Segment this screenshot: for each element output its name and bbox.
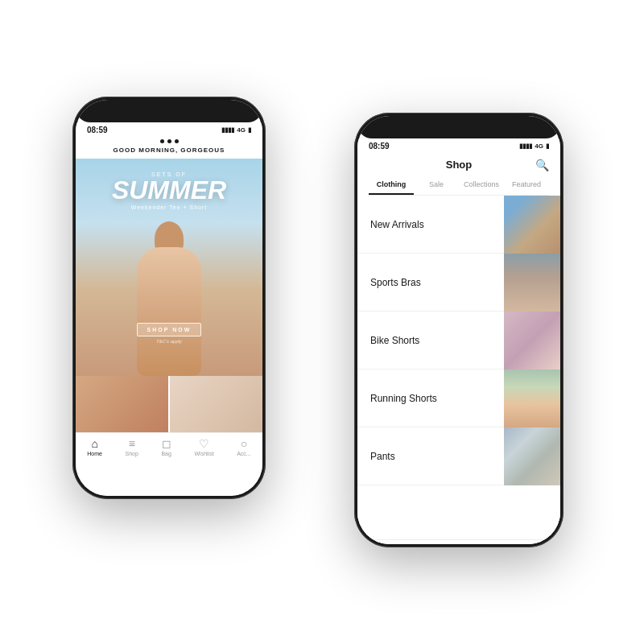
network-right: 4G (535, 142, 543, 150)
time-left: 08:59 (87, 126, 108, 134)
shop-title: Shop (446, 159, 473, 171)
sports-bras-image (504, 254, 560, 312)
status-bar-left: 08:59 ▮▮▮▮ 4G ▮ (76, 122, 262, 136)
home-screen: 08:59 ▮▮▮▮ 4G ▮ GOOD MORNING, GORGEOUS (76, 122, 262, 496)
pants-thumb (504, 427, 560, 485)
category-list: New Arrivals Sports Bras Bike Shorts (357, 196, 560, 539)
phone-right: 08:59 ▮▮▮▮ 4G ▮ Shop 🔍 Clothing (354, 113, 564, 547)
home-icon-left: ⌂ (91, 438, 97, 449)
notch-right (357, 116, 560, 138)
category-tabs: Clothing Sale Collections Featured (369, 175, 549, 196)
bike-shorts-thumb (504, 312, 560, 369)
search-button[interactable]: 🔍 (535, 159, 549, 171)
brand-name: GOOD MORNING, GORGEOUS (76, 147, 262, 154)
shop-title-row: Shop 🔍 (369, 155, 549, 174)
shop-icon-left: ≡ (129, 438, 135, 449)
hero-cta: SHOP NOW T&C's apply (76, 320, 262, 344)
signal-right: ▮▮▮▮ (519, 142, 532, 150)
time-right: 08:59 (369, 142, 390, 151)
nav-wishlist-left[interactable]: ♡ Wishlist (194, 438, 213, 456)
wishlist-icon-left: ♡ (199, 438, 209, 449)
nav-wishlist-label-left: Wishlist (194, 451, 213, 456)
bag-icon-left: ◻ (162, 438, 171, 449)
status-icons-right: ▮▮▮▮ 4G ▮ (519, 142, 549, 150)
tab-featured[interactable]: Featured (504, 175, 549, 195)
category-item-sports-bras[interactable]: Sports Bras (357, 254, 560, 312)
nav-account-label-left: Acc... (237, 451, 251, 456)
bike-shorts-label: Bike Shorts (357, 335, 419, 346)
dot-2 (167, 139, 171, 143)
thumb-2[interactable] (170, 376, 262, 432)
bottom-nav-left: ⌂ Home ≡ Shop ◻ Bag ♡ Wishlist (76, 432, 262, 460)
new-arrivals-image (504, 196, 560, 254)
model-figure (121, 191, 217, 376)
nav-bag-left[interactable]: ◻ Bag (161, 438, 171, 456)
nav-shop-left[interactable]: ≡ Shop (126, 438, 138, 456)
thumbnail-row (76, 376, 262, 432)
dot-3 (175, 139, 179, 143)
category-item-pants[interactable]: Pants (357, 427, 560, 485)
tc-text: T&C's apply (76, 339, 262, 344)
tab-clothing[interactable]: Clothing (369, 175, 414, 195)
hero-banner: SETS OF SUMMER Weekender Tee + Short SHO… (76, 159, 262, 376)
shop-header: Shop 🔍 Clothing Sale Collections Feature… (357, 152, 560, 196)
running-shorts-label: Running Shorts (357, 393, 437, 404)
nav-shop-label-left: Shop (126, 451, 138, 456)
scene: 08:59 ▮▮▮▮ 4G ▮ GOOD MORNING, GORGEOUS (8, 16, 636, 628)
notch-pill (137, 100, 201, 114)
bike-shorts-image (504, 312, 560, 369)
model-body (137, 247, 201, 376)
shop-screen: 08:59 ▮▮▮▮ 4G ▮ Shop 🔍 Clothing (357, 138, 560, 544)
phone-right-screen: 08:59 ▮▮▮▮ 4G ▮ Shop 🔍 Clothing (357, 116, 560, 544)
shop-now-button[interactable]: SHOP NOW (137, 323, 202, 336)
status-bar-right: 08:59 ▮▮▮▮ 4G ▮ (357, 138, 560, 152)
new-arrivals-label: New Arrivals (357, 219, 424, 230)
sports-bras-label: Sports Bras (357, 277, 421, 288)
account-icon-left: ○ (241, 438, 247, 449)
running-shorts-thumb (504, 369, 560, 427)
home-header: GOOD MORNING, GORGEOUS (76, 136, 262, 159)
dot-1 (160, 139, 164, 143)
category-item-running-shorts[interactable]: Running Shorts (357, 369, 560, 427)
notch-left (76, 100, 262, 122)
battery-left: ▮ (248, 126, 251, 134)
tab-collections[interactable]: Collections (459, 175, 504, 195)
network-left: 4G (237, 126, 246, 134)
bottom-nav-right: ⌂ Home ≡ Shop ◻ Bag ♡ Wishlist (357, 539, 560, 544)
phone-left: 08:59 ▮▮▮▮ 4G ▮ GOOD MORNING, GORGEOUS (72, 97, 266, 499)
thumb-1[interactable] (76, 376, 168, 432)
battery-right: ▮ (546, 142, 549, 150)
tab-sale[interactable]: Sale (414, 175, 459, 195)
dots-logo (76, 139, 262, 143)
pants-label: Pants (357, 451, 395, 462)
running-shorts-image (504, 369, 560, 427)
phone-left-screen: 08:59 ▮▮▮▮ 4G ▮ GOOD MORNING, GORGEOUS (76, 100, 262, 496)
category-item-bike-shorts[interactable]: Bike Shorts (357, 312, 560, 369)
status-icons-left: ▮▮▮▮ 4G ▮ (221, 126, 251, 134)
nav-home-label-left: Home (87, 451, 102, 456)
nav-home-left[interactable]: ⌂ Home (87, 438, 102, 456)
nav-bag-label-left: Bag (161, 451, 171, 456)
signal-left: ▮▮▮▮ (221, 126, 234, 134)
notch-pill-right (427, 116, 491, 130)
category-item-new-arrivals[interactable]: New Arrivals (357, 196, 560, 254)
pants-image (504, 427, 560, 485)
nav-account-left[interactable]: ○ Acc... (237, 438, 251, 456)
sports-bras-thumb (504, 254, 560, 312)
new-arrivals-thumb (504, 196, 560, 254)
